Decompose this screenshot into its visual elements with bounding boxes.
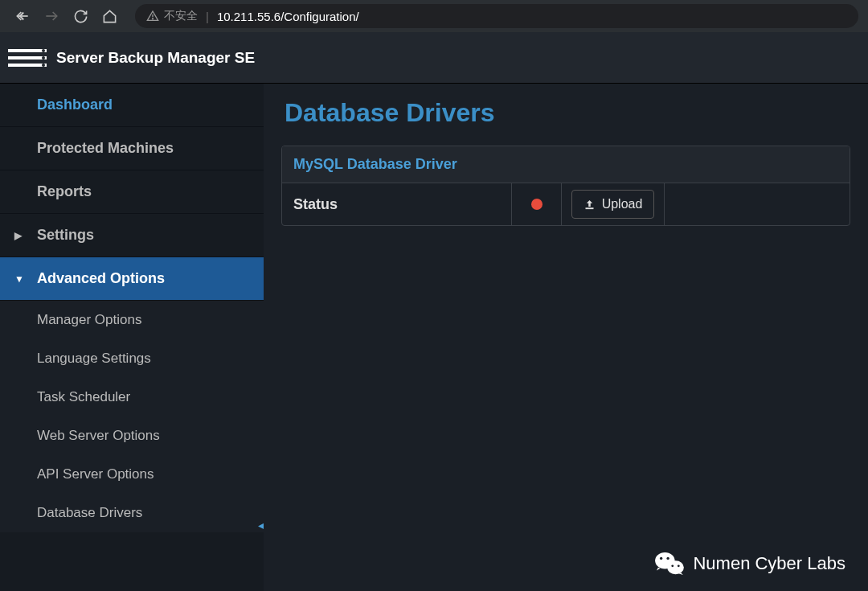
reload-button[interactable] [68,3,93,29]
browser-toolbar: 不安全 | 10.211.55.6/Configuration/ [0,0,868,32]
sidebar-sub-manager-options[interactable]: Manager Options [0,301,264,339]
sidebar-sub-label: API Server Options [37,466,154,482]
svg-point-9 [667,557,669,560]
sidebar-sub-label: Manager Options [37,312,141,327]
sidebar-item-label: Dashboard [37,96,113,113]
upload-button-label: Upload [602,197,643,211]
status-label: Status [293,196,338,213]
upload-cell: Upload [562,183,665,225]
status-indicator-cell [512,183,562,225]
sidebar-collapse-toggle[interactable]: ◀ [258,518,264,532]
svg-point-8 [660,557,662,560]
sidebar-item-advanced-options[interactable]: ▼ Advanced Options [0,257,264,301]
svg-point-11 [678,564,680,567]
status-label-cell: Status [282,183,512,225]
sidebar-item-dashboard[interactable]: Dashboard [0,84,264,127]
svg-point-7 [668,560,685,574]
svg-rect-5 [585,207,593,209]
chevron-down-icon: ▼ [14,273,24,285]
svg-point-4 [152,18,153,19]
warning-icon [146,10,159,23]
address-bar[interactable]: 不安全 | 10.211.55.6/Configuration/ [135,4,858,28]
home-button[interactable] [96,3,122,29]
mysql-driver-panel: MySQL Database Driver Status Upload [281,146,850,226]
sidebar-sub-task-scheduler[interactable]: Task Scheduler [0,378,264,417]
app-header: Server Backup Manager SE [0,32,868,84]
empty-cell [665,183,850,225]
chevron-right-icon: ▶ [14,230,22,241]
sidebar-item-label: Advanced Options [37,270,165,287]
sidebar-item-label: Protected Machines [37,140,174,157]
divider: | [206,10,209,23]
sidebar-sub-language-settings[interactable]: Language Settings [0,339,264,378]
watermark-text: Numen Cyber Labs [693,553,845,574]
sidebar-submenu-advanced: Manager Options Language Settings Task S… [0,301,264,532]
server-logo-icon [8,43,47,72]
svg-point-10 [672,564,674,567]
sidebar-item-reports[interactable]: Reports [0,170,264,214]
sidebar-sub-database-drivers[interactable]: Database Drivers [0,494,264,532]
sidebar-sub-api-server-options[interactable]: API Server Options [0,455,264,494]
upload-icon [583,199,596,211]
upload-button[interactable]: Upload [571,190,655,219]
sidebar-sub-label: Database Drivers [37,505,142,520]
sidebar: Dashboard Protected Machines Reports ▶ S… [0,84,264,591]
insecure-label: 不安全 [164,9,198,23]
content-area: Database Drivers MySQL Database Driver S… [264,84,868,591]
sidebar-sub-web-server-options[interactable]: Web Server Options [0,417,264,455]
sidebar-sub-label: Language Settings [37,351,151,366]
forward-button[interactable] [39,3,64,29]
sidebar-item-label: Settings [37,227,94,244]
status-dot-icon [531,199,542,210]
sidebar-item-protected-machines[interactable]: Protected Machines [0,127,264,170]
panel-header: MySQL Database Driver [282,146,850,183]
page-title: Database Drivers [281,98,850,128]
wechat-icon [654,551,685,577]
status-row: Status Upload [282,183,850,225]
back-button[interactable] [10,3,35,29]
sidebar-sub-label: Task Scheduler [37,389,130,404]
sidebar-item-label: Reports [37,183,92,200]
watermark: Numen Cyber Labs [654,551,845,577]
sidebar-sub-label: Web Server Options [37,428,160,443]
url-text: 10.211.55.6/Configuration/ [217,10,359,23]
app-title: Server Backup Manager SE [56,49,255,67]
sidebar-item-settings[interactable]: ▶ Settings [0,214,264,257]
insecure-warning-badge: 不安全 [146,9,198,23]
